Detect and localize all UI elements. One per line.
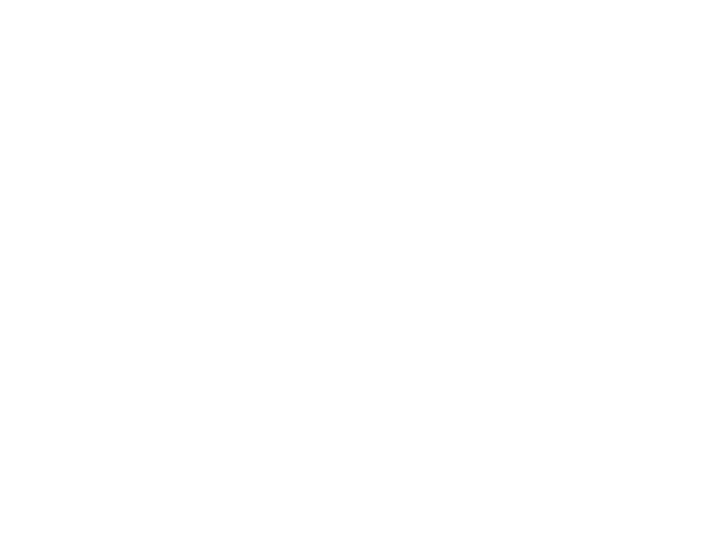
pitch-matching-table	[210, 6, 710, 526]
